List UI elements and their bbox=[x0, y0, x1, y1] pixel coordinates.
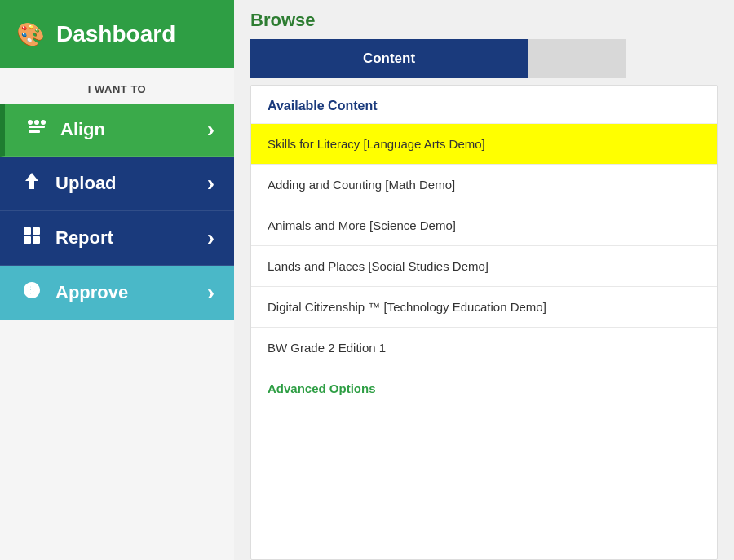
tab-other[interactable] bbox=[528, 39, 626, 78]
palette-icon: 🎨 bbox=[16, 21, 45, 48]
chevron-right-icon-report bbox=[207, 227, 214, 249]
sidebar-item-label-approve: Approve bbox=[55, 282, 207, 303]
chevron-right-icon-upload bbox=[207, 172, 214, 195]
sidebar-item-label-report: Report bbox=[55, 227, 207, 249]
sidebar-item-upload[interactable]: Upload bbox=[0, 157, 234, 211]
main-content: Browse Content Available Content Skills … bbox=[234, 0, 734, 560]
tabs-row: Content bbox=[250, 39, 718, 78]
content-item-4[interactable]: Lands and Places [Social Studies Demo] bbox=[251, 246, 717, 287]
content-list: Skills for Literacy [Language Arts Demo]… bbox=[251, 124, 717, 368]
content-item-label-2: Adding and Counting [Math Demo] bbox=[268, 178, 455, 192]
sidebar-title: Dashboard bbox=[56, 21, 175, 47]
sidebar: 🎨 Dashboard I WANT TO Align bbox=[0, 0, 234, 560]
svg-rect-4 bbox=[29, 130, 40, 133]
content-item-label-6: BW Grade 2 Edition 1 bbox=[268, 341, 386, 355]
content-item-6[interactable]: BW Grade 2 Edition 1 bbox=[251, 328, 717, 368]
advanced-options-link[interactable]: Advanced Options bbox=[268, 381, 376, 395]
svg-rect-3 bbox=[29, 126, 45, 128]
content-item-3[interactable]: Animals and More [Science Demo] bbox=[251, 205, 717, 246]
sidebar-item-label-align: Align bbox=[60, 119, 207, 140]
approve-icon bbox=[20, 280, 44, 305]
content-item-label-3: Animals and More [Science Demo] bbox=[268, 218, 456, 232]
browse-header: Browse Content bbox=[234, 0, 734, 85]
sidebar-item-approve[interactable]: Approve bbox=[0, 266, 234, 320]
svg-point-2 bbox=[41, 120, 46, 125]
sidebar-item-align[interactable]: Align bbox=[0, 104, 234, 157]
svg-rect-7 bbox=[33, 227, 40, 235]
sidebar-item-label-upload: Upload bbox=[55, 173, 207, 194]
content-item-label-4: Lands and Places [Social Studies Demo] bbox=[268, 259, 489, 273]
chevron-right-icon-align bbox=[207, 118, 214, 141]
content-item-label-1: Skills for Literacy [Language Arts Demo] bbox=[268, 137, 485, 151]
report-icon bbox=[20, 226, 44, 250]
align-icon bbox=[24, 118, 49, 141]
content-item-5[interactable]: Digital Citizenship ™ [Technology Educat… bbox=[251, 287, 717, 328]
svg-marker-5 bbox=[25, 173, 38, 189]
svg-rect-8 bbox=[24, 236, 31, 244]
upload-icon bbox=[20, 171, 44, 196]
available-content-header: Available Content bbox=[251, 86, 717, 124]
advanced-options: Advanced Options bbox=[251, 368, 717, 409]
svg-rect-6 bbox=[24, 227, 31, 235]
content-panel: Available Content Skills for Literacy [L… bbox=[250, 85, 718, 560]
sidebar-item-report[interactable]: Report bbox=[0, 211, 234, 266]
i-want-to-label: I WANT TO bbox=[0, 68, 234, 104]
tab-content[interactable]: Content bbox=[250, 39, 528, 78]
svg-point-1 bbox=[34, 120, 39, 125]
sidebar-header: 🎨 Dashboard bbox=[0, 0, 234, 68]
content-item-label-5: Digital Citizenship ™ [Technology Educat… bbox=[268, 300, 546, 314]
svg-rect-9 bbox=[33, 236, 40, 244]
available-content-title: Available Content bbox=[268, 99, 378, 112]
svg-point-0 bbox=[28, 120, 33, 125]
browse-title: Browse bbox=[250, 10, 718, 31]
content-item-1[interactable]: Skills for Literacy [Language Arts Demo] bbox=[251, 124, 717, 165]
content-item-2[interactable]: Adding and Counting [Math Demo] bbox=[251, 165, 717, 205]
chevron-right-icon-approve bbox=[207, 281, 214, 304]
nav-items: Align Upload Report bbox=[0, 104, 234, 320]
